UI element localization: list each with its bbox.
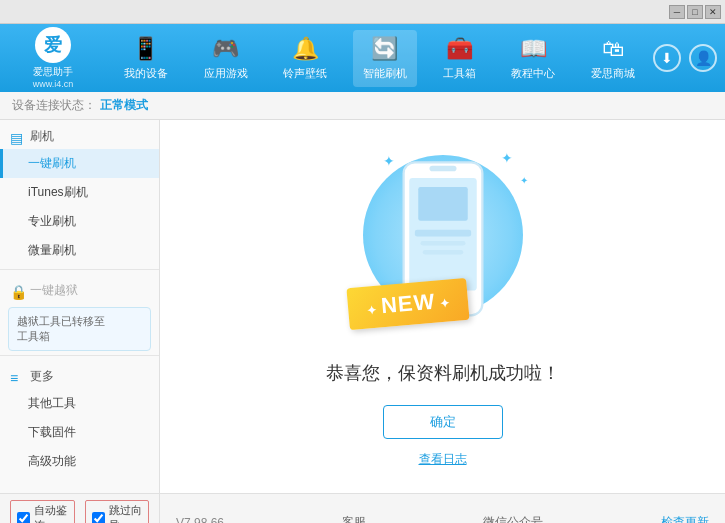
logo-icon: 爱	[35, 27, 71, 63]
sidebar-item-one-click-flash[interactable]: 一键刷机	[0, 149, 159, 178]
query-log-link[interactable]: 查看日志	[419, 451, 467, 468]
auto-connect-checkbox-container: 自动鉴连	[10, 500, 75, 523]
sidebar-section-jailbreak: 🔒 一键越狱	[0, 274, 159, 303]
sidebar-item-advanced[interactable]: 高级功能	[0, 447, 159, 476]
via-wizard-checkbox-container: 跳过向导	[85, 500, 150, 523]
checkbox-row: 自动鉴连 跳过向导	[10, 500, 149, 523]
jailbreak-note: 越狱工具已转移至工具箱	[8, 307, 151, 351]
nav-items: 📱 我的设备 🎮 应用游戏 🔔 铃声壁纸 🔄 智能刷机 🧰 工具箱 📖 教程中心…	[106, 30, 653, 87]
check-update-link[interactable]: 检查更新	[661, 514, 709, 523]
bottom-sidebar: 自动鉴连 跳过向导 📱 iPhone 12 mini 64GB Down-12m…	[0, 494, 160, 523]
bottom-content: V7.98.66 客服 微信公众号 检查更新	[160, 494, 725, 523]
version-label: V7.98.66	[176, 516, 224, 524]
auto-connect-checkbox[interactable]	[17, 512, 30, 524]
auto-connect-label: 自动鉴连	[34, 503, 68, 523]
title-bar: ─ □ ✕	[0, 0, 725, 24]
success-title: 恭喜您，保资料刷机成功啦！	[326, 361, 560, 385]
store-icon: 🛍	[602, 36, 624, 62]
via-wizard-checkbox[interactable]	[92, 512, 105, 524]
phone-illustration: ✦ ✦ ✦ NEW	[343, 145, 543, 345]
tutorial-icon: 📖	[520, 36, 547, 62]
nav-store[interactable]: 🛍 爱思商城	[581, 30, 645, 87]
sidebar-item-pro-flash[interactable]: 专业刷机	[0, 207, 159, 236]
confirm-button[interactable]: 确定	[383, 405, 503, 439]
download-btn[interactable]: ⬇	[653, 44, 681, 72]
svg-rect-6	[420, 241, 465, 246]
sidebar-divider-2	[0, 355, 159, 356]
more-icon: ≡	[10, 370, 24, 384]
sparkle-2: ✦	[501, 150, 513, 166]
svg-rect-4	[418, 187, 468, 221]
status-bar: 设备连接状态： 正常模式	[0, 92, 725, 120]
logo: 爱 爱思助手 www.i4.cn	[8, 27, 98, 89]
nav-my-device[interactable]: 📱 我的设备	[114, 30, 178, 87]
bottom-bar: 自动鉴连 跳过向导 📱 iPhone 12 mini 64GB Down-12m…	[0, 493, 725, 523]
sidebar-item-download-fw[interactable]: 下载固件	[0, 418, 159, 447]
top-nav: 爱 爱思助手 www.i4.cn 📱 我的设备 🎮 应用游戏 🔔 铃声壁纸 🔄 …	[0, 24, 725, 92]
sidebar-divider-1	[0, 269, 159, 270]
content-area: ✦ ✦ ✦ NEW 恭喜您，保资料刷机成功啦！ 确定 查看日志	[160, 120, 725, 493]
user-btn[interactable]: 👤	[689, 44, 717, 72]
sidebar-section-more: ≡ 更多	[0, 360, 159, 389]
device-icon: 📱	[132, 36, 159, 62]
nav-apps-games[interactable]: 🎮 应用游戏	[194, 30, 258, 87]
jailbreak-section-label: 一键越狱	[30, 282, 78, 299]
apps-icon: 🎮	[212, 36, 239, 62]
sidebar: ▤ 刷机 一键刷机 iTunes刷机 专业刷机 微量刷机 🔒 一键越狱 越狱工具…	[0, 120, 160, 493]
svg-rect-5	[414, 230, 470, 237]
nav-tutorial[interactable]: 📖 教程中心	[501, 30, 565, 87]
flash-section-icon: ▤	[10, 130, 24, 144]
via-wizard-label: 跳过向导	[109, 503, 143, 523]
sidebar-item-other-tools[interactable]: 其他工具	[0, 389, 159, 418]
ringtone-icon: 🔔	[292, 36, 319, 62]
main-layout: ▤ 刷机 一键刷机 iTunes刷机 专业刷机 微量刷机 🔒 一键越狱 越狱工具…	[0, 120, 725, 493]
nav-smart-flash[interactable]: 🔄 智能刷机	[353, 30, 417, 87]
nav-ringtones[interactable]: 🔔 铃声壁纸	[273, 30, 337, 87]
sparkle-3: ✦	[520, 175, 528, 186]
toolbox-icon: 🧰	[446, 36, 473, 62]
flash-icon: 🔄	[371, 36, 398, 62]
nav-right: ⬇ 👤	[653, 44, 717, 72]
minimize-btn[interactable]: ─	[669, 5, 685, 19]
status-label: 设备连接状态：	[12, 97, 96, 114]
more-section-label: 更多	[30, 368, 54, 385]
svg-rect-7	[422, 250, 463, 255]
sidebar-item-micro-flash[interactable]: 微量刷机	[0, 236, 159, 265]
wechat-link[interactable]: 微信公众号	[483, 514, 543, 523]
sidebar-item-itunes-flash[interactable]: iTunes刷机	[0, 178, 159, 207]
logo-text: 爱思助手 www.i4.cn	[33, 65, 74, 89]
sparkle-1: ✦	[383, 153, 395, 169]
close-btn[interactable]: ✕	[705, 5, 721, 19]
flash-section-label: 刷机	[30, 128, 54, 145]
maximize-btn[interactable]: □	[687, 5, 703, 19]
sidebar-section-flash: ▤ 刷机	[0, 120, 159, 149]
customer-service-link[interactable]: 客服	[342, 514, 366, 523]
lock-icon: 🔒	[10, 284, 24, 298]
status-value: 正常模式	[100, 97, 148, 114]
nav-toolbox[interactable]: 🧰 工具箱	[433, 30, 486, 87]
new-banner: NEW	[346, 278, 470, 330]
svg-rect-2	[429, 166, 456, 172]
